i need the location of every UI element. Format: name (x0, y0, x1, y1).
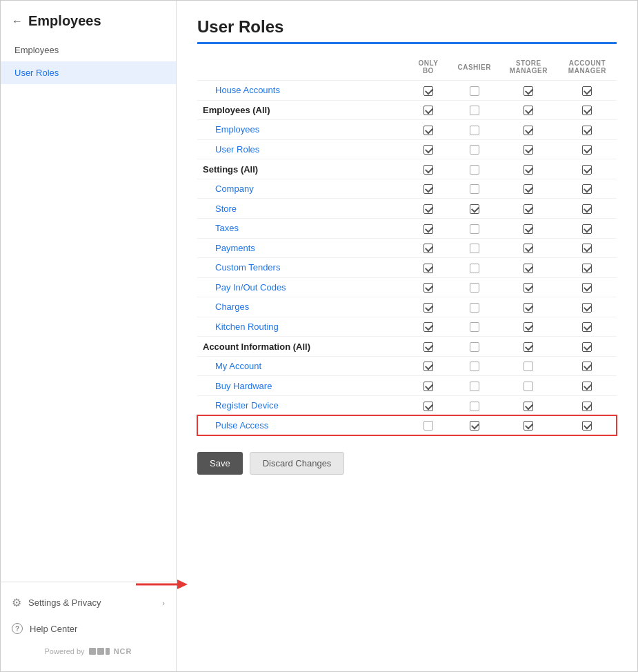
cb-user-roles-store_manager[interactable] (499, 139, 558, 159)
checkbox-checked[interactable] (582, 86, 592, 96)
cb-employees-all-cashier[interactable] (450, 100, 499, 120)
checkbox-checked[interactable] (524, 106, 533, 115)
checkbox-checked[interactable] (423, 264, 433, 273)
cb-charges-store_manager[interactable] (499, 297, 558, 317)
checkbox-unchecked[interactable] (470, 145, 479, 155)
help-center-item[interactable]: ? Help Center (1, 616, 176, 641)
checkbox-checked[interactable] (582, 382, 592, 391)
settings-privacy-item[interactable]: ⚙ Settings & Privacy › (1, 589, 176, 616)
cb-buy-hardware-only_bo[interactable] (407, 376, 450, 396)
cb-buy-hardware-account_manager[interactable] (558, 376, 617, 396)
checkbox-checked[interactable] (524, 303, 533, 313)
checkbox-checked[interactable] (582, 224, 592, 234)
cb-company-account_manager[interactable] (558, 179, 617, 199)
cb-house-accounts-store_manager[interactable] (499, 81, 558, 101)
cb-payments-store_manager[interactable] (499, 238, 558, 258)
cb-taxes-account_manager[interactable] (558, 218, 617, 238)
cb-store-cashier[interactable] (450, 199, 499, 219)
checkbox-checked[interactable] (524, 126, 533, 135)
checkbox-checked[interactable] (423, 342, 433, 352)
cb-settings-all-account_manager[interactable] (558, 159, 617, 179)
cb-company-store_manager[interactable] (499, 179, 558, 199)
cb-my-account-store_manager[interactable] (499, 356, 558, 376)
cb-buy-hardware-cashier[interactable] (450, 376, 499, 396)
checkbox-unchecked[interactable] (470, 362, 479, 371)
cb-pay-in-out-codes-only_bo[interactable] (407, 277, 450, 297)
checkbox-unchecked[interactable] (524, 362, 533, 371)
checkbox-checked[interactable] (423, 145, 433, 155)
cb-my-account-only_bo[interactable] (407, 356, 450, 376)
checkbox-unchecked[interactable] (470, 382, 479, 391)
checkbox-checked[interactable] (582, 362, 592, 371)
sidebar-item-employees[interactable]: Employees (1, 39, 176, 61)
checkbox-checked[interactable] (582, 204, 592, 214)
cb-register-device-account_manager[interactable] (558, 396, 617, 416)
cb-pay-in-out-codes-store_manager[interactable] (499, 277, 558, 297)
cb-store-account_manager[interactable] (558, 199, 617, 219)
cb-account-information-all-cashier[interactable] (450, 337, 499, 357)
checkbox-checked[interactable] (524, 184, 533, 194)
checkbox-checked[interactable] (524, 264, 533, 273)
back-arrow-icon[interactable]: ← (12, 15, 23, 28)
checkbox-checked[interactable] (582, 244, 592, 253)
checkbox-unchecked[interactable] (423, 421, 433, 431)
cb-register-device-store_manager[interactable] (499, 396, 558, 416)
cb-custom-tenders-account_manager[interactable] (558, 258, 617, 278)
cb-user-roles-only_bo[interactable] (407, 139, 450, 159)
cb-register-device-cashier[interactable] (450, 396, 499, 416)
checkbox-checked[interactable] (524, 342, 533, 352)
cb-taxes-store_manager[interactable] (499, 218, 558, 238)
cb-pulse-access-only_bo[interactable] (407, 415, 450, 435)
checkbox-checked[interactable] (423, 303, 433, 313)
cb-account-information-all-only_bo[interactable] (407, 337, 450, 357)
cb-kitchen-routing-only_bo[interactable] (407, 317, 450, 337)
cb-company-cashier[interactable] (450, 179, 499, 199)
checkbox-checked[interactable] (423, 204, 433, 214)
checkbox-checked[interactable] (423, 402, 433, 411)
cb-employees-all-store_manager[interactable] (499, 100, 558, 120)
cb-user-roles-cashier[interactable] (450, 139, 499, 159)
checkbox-checked[interactable] (582, 303, 592, 313)
cb-charges-account_manager[interactable] (558, 297, 617, 317)
checkbox-checked[interactable] (524, 402, 533, 411)
discard-button[interactable]: Discard Changes (250, 452, 345, 475)
cb-pay-in-out-codes-account_manager[interactable] (558, 277, 617, 297)
checkbox-unchecked[interactable] (470, 126, 479, 135)
checkbox-unchecked[interactable] (470, 244, 479, 253)
cb-pulse-access-store_manager[interactable] (499, 415, 558, 435)
checkbox-checked[interactable] (423, 322, 433, 332)
cb-kitchen-routing-cashier[interactable] (450, 317, 499, 337)
cb-my-account-account_manager[interactable] (558, 356, 617, 376)
checkbox-unchecked[interactable] (470, 303, 479, 313)
checkbox-checked[interactable] (524, 244, 533, 253)
checkbox-unchecked[interactable] (470, 283, 479, 293)
checkbox-checked[interactable] (524, 204, 533, 214)
cb-register-device-only_bo[interactable] (407, 396, 450, 416)
cb-charges-cashier[interactable] (450, 297, 499, 317)
cb-house-accounts-cashier[interactable] (450, 81, 499, 101)
checkbox-checked[interactable] (582, 165, 592, 175)
checkbox-checked[interactable] (423, 244, 433, 253)
cb-payments-cashier[interactable] (450, 238, 499, 258)
checkbox-unchecked[interactable] (470, 184, 479, 194)
checkbox-unchecked[interactable] (470, 402, 479, 411)
checkbox-checked[interactable] (524, 421, 533, 431)
checkbox-checked[interactable] (582, 283, 592, 293)
checkbox-checked[interactable] (470, 204, 479, 214)
checkbox-checked[interactable] (582, 322, 592, 332)
checkbox-checked[interactable] (423, 86, 433, 96)
checkbox-checked[interactable] (582, 264, 592, 273)
checkbox-unchecked[interactable] (470, 342, 479, 352)
cb-kitchen-routing-store_manager[interactable] (499, 317, 558, 337)
cb-house-accounts-only_bo[interactable] (407, 81, 450, 101)
checkbox-checked[interactable] (423, 283, 433, 293)
cb-store-store_manager[interactable] (499, 199, 558, 219)
cb-settings-all-only_bo[interactable] (407, 159, 450, 179)
cb-company-only_bo[interactable] (407, 179, 450, 199)
cb-pulse-access-cashier[interactable] (450, 415, 499, 435)
checkbox-unchecked[interactable] (470, 224, 479, 234)
checkbox-checked[interactable] (582, 402, 592, 411)
checkbox-checked[interactable] (524, 283, 533, 293)
checkbox-checked[interactable] (582, 342, 592, 352)
checkbox-unchecked[interactable] (470, 322, 479, 332)
